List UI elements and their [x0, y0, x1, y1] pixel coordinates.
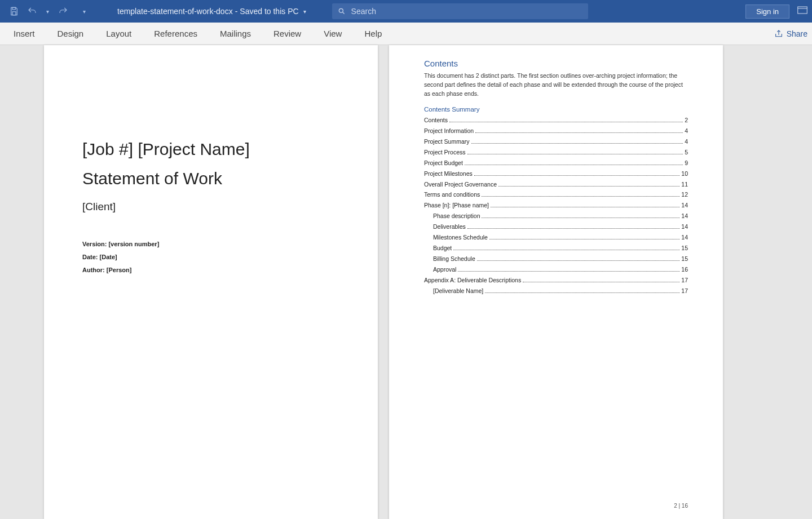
toc-label[interactable]: Project Process [424, 147, 466, 158]
svg-point-2 [339, 8, 343, 12]
toc-row[interactable]: Phase description14 [424, 211, 688, 221]
toc-row[interactable]: Billing Schedule15 [424, 254, 688, 264]
save-icon[interactable] [8, 5, 20, 17]
undo-icon[interactable] [26, 5, 38, 17]
contents-summary-heading[interactable]: Contents Summary [424, 106, 688, 113]
share-button[interactable]: Share [772, 29, 810, 38]
save-state-text: Saved to this PC [240, 7, 298, 16]
toc-row[interactable]: Deliverables14 [424, 221, 688, 232]
tab-insert[interactable]: Insert [2, 23, 46, 45]
toc-label[interactable]: Project Milestones [424, 168, 473, 179]
toc-page[interactable]: 15 [681, 254, 688, 264]
contents-description[interactable]: This document has 2 distinct parts. The … [424, 72, 688, 98]
toc-page[interactable]: 5 [685, 147, 688, 158]
toc-row[interactable]: Project Information4 [424, 126, 688, 136]
tab-view[interactable]: View [312, 23, 353, 45]
toc-label[interactable]: Phase [n]: [Phase name] [424, 200, 489, 211]
meta-author[interactable]: Author: [Person] [82, 264, 339, 277]
toc-row[interactable]: Approval16 [424, 264, 688, 275]
toc-label[interactable]: Billing Schedule [433, 254, 475, 264]
toc-label[interactable]: Project Budget [424, 158, 463, 168]
toc-leader [453, 250, 679, 250]
tab-review[interactable]: Review [262, 23, 312, 45]
page-1[interactable]: [Job #] [Project Name] Statement of Work… [44, 45, 378, 519]
toc-page[interactable]: 12 [681, 189, 688, 200]
search-input[interactable]: Search [332, 3, 588, 19]
toc-row[interactable]: Contents2 [424, 115, 688, 126]
toc-page[interactable]: 14 [681, 232, 688, 243]
toc-label[interactable]: Budget [433, 243, 452, 254]
search-placeholder: Search [351, 7, 376, 16]
sign-in-button[interactable]: Sign in [745, 5, 789, 19]
tab-help[interactable]: Help [353, 23, 393, 45]
toc-row[interactable]: Project Milestones10 [424, 168, 688, 179]
toc-row[interactable]: Appendix A: Deliverable Descriptions17 [424, 275, 688, 286]
tab-layout[interactable]: Layout [95, 23, 143, 45]
toc-page[interactable]: 4 [685, 126, 688, 136]
toc-page[interactable]: 10 [681, 168, 688, 179]
tab-references[interactable]: References [143, 23, 209, 45]
toc-row[interactable]: Project Process5 [424, 147, 688, 158]
undo-dropdown-icon[interactable]: ▾ [44, 8, 51, 15]
toc-page[interactable]: 17 [681, 275, 688, 286]
toc-label[interactable]: Project Summary [424, 136, 470, 147]
toc-label[interactable]: Phase description [433, 211, 480, 221]
toc-leader [467, 228, 680, 229]
share-label: Share [787, 29, 807, 38]
toc-leader [491, 207, 679, 207]
toc-label[interactable]: Deliverables [433, 221, 466, 232]
title-dropdown-icon[interactable]: ▾ [303, 8, 306, 15]
redo-icon[interactable] [57, 5, 69, 17]
ribbon-display-options-icon[interactable] [797, 6, 807, 16]
toc-label[interactable]: [Deliverable Name] [433, 286, 483, 296]
toc-row[interactable]: Budget15 [424, 243, 688, 254]
toc-label[interactable]: Terms and conditions [424, 189, 480, 200]
ribbon: Insert Design Layout References Mailings… [0, 23, 812, 45]
toc-page[interactable]: 4 [685, 136, 688, 147]
meta-version[interactable]: Version: [version number] [82, 238, 339, 251]
tab-design[interactable]: Design [46, 23, 95, 45]
toc-page[interactable]: 11 [681, 179, 688, 190]
toc-label[interactable]: Approval [433, 264, 456, 275]
toc-row[interactable]: Phase [n]: [Phase name]14 [424, 200, 688, 211]
toc-leader [465, 165, 683, 165]
toc-row[interactable]: Project Budget9 [424, 158, 688, 168]
title-separator: - [235, 7, 238, 16]
table-of-contents[interactable]: Contents2Project Information4Project Sum… [424, 115, 688, 296]
toc-leader [477, 260, 680, 261]
svg-rect-0 [12, 7, 15, 10]
toc-page[interactable]: 15 [681, 243, 688, 254]
page-2[interactable]: Contents This document has 2 distinct pa… [389, 45, 723, 519]
toc-page[interactable]: 9 [685, 158, 688, 168]
toc-page[interactable]: 14 [681, 200, 688, 211]
qat-customize-icon[interactable]: ▾ [81, 8, 88, 15]
toc-page[interactable]: 14 [681, 221, 688, 232]
toc-label[interactable]: Contents [424, 115, 448, 126]
toc-label[interactable]: Milestones Schedule [433, 232, 488, 243]
toc-row[interactable]: Overall Project Governance11 [424, 179, 688, 190]
toc-row[interactable]: [Deliverable Name]17 [424, 286, 688, 296]
share-icon [774, 29, 783, 38]
toc-row[interactable]: Milestones Schedule14 [424, 232, 688, 243]
toc-row[interactable]: Project Summary4 [424, 136, 688, 147]
toc-page[interactable]: 14 [681, 211, 688, 221]
toc-row[interactable]: Terms and conditions12 [424, 189, 688, 200]
toc-label[interactable]: Appendix A: Deliverable Descriptions [424, 275, 521, 286]
doc-title-job[interactable]: [Job #] [Project Name] [82, 140, 339, 159]
toc-page[interactable]: 2 [685, 115, 688, 126]
svg-rect-1 [12, 12, 16, 15]
page-number: 2 | 16 [674, 503, 688, 509]
tab-mailings[interactable]: Mailings [209, 23, 262, 45]
toc-label[interactable]: Overall Project Governance [424, 179, 497, 190]
svg-line-3 [342, 12, 344, 14]
document-workspace[interactable]: [Job #] [Project Name] Statement of Work… [0, 45, 812, 519]
meta-date[interactable]: Date: [Date] [82, 251, 339, 264]
contents-heading[interactable]: Contents [424, 59, 688, 68]
toc-leader [449, 122, 683, 122]
doc-client[interactable]: [Client] [82, 201, 339, 213]
toc-label[interactable]: Project Information [424, 126, 474, 136]
doc-meta[interactable]: Version: [version number] Date: [Date] A… [82, 238, 339, 277]
toc-page[interactable]: 16 [681, 264, 688, 275]
toc-page[interactable]: 17 [681, 286, 688, 296]
doc-title-sow[interactable]: Statement of Work [82, 169, 339, 188]
